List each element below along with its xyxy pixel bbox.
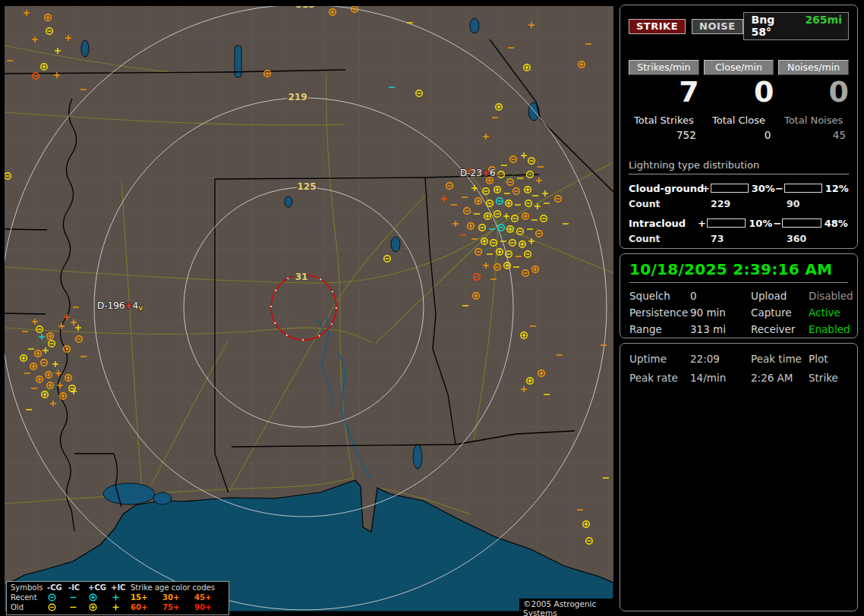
- receiver-status: Enabled: [809, 323, 853, 335]
- svg-text:31: 31: [295, 272, 308, 282]
- bearing-distance: 265mi: [796, 14, 842, 38]
- legend-age-15: 15+: [131, 593, 162, 602]
- cloud-ground-label: Cloud-ground: [629, 183, 702, 194]
- count-label: Count: [629, 233, 702, 244]
- ic-positive-pct: 10%: [747, 218, 773, 229]
- bearing-readout: Bng 58° 265mi: [743, 12, 849, 40]
- divider: [629, 282, 848, 283]
- ic-positive-bar: [707, 218, 746, 228]
- receiver-status-box: 10/18/2025 2:39:16 AM Squelch 0 Upload D…: [620, 253, 858, 338]
- cg-negative-count: 90: [787, 198, 799, 209]
- cg-positive-pct: 30%: [750, 183, 775, 194]
- persistence-value: 90 min: [690, 306, 751, 319]
- cloud-ground-count-row: Count 229 90: [629, 198, 849, 209]
- uptime-label: Uptime: [629, 353, 690, 365]
- copyright-text: ©2005 Astrogenic Systems: [519, 599, 616, 616]
- close-per-min-meter: Close/min 0 Total Close 0: [704, 60, 774, 141]
- noises-per-min-value: 0: [778, 77, 849, 108]
- map-canvas[interactable]: 31321912531 D-23+6−D-196+4v: [0, 0, 616, 616]
- legend-recent-pos-ic-icon: [111, 592, 131, 602]
- close-per-min-button[interactable]: Close/min: [704, 60, 774, 75]
- legend-symbols-label: Symbols: [11, 583, 47, 592]
- noises-per-min-meter: Noises/min 0 Total Noises 45: [778, 60, 849, 141]
- squelch-label: Squelch: [629, 290, 690, 302]
- legend-old-pos-ic-icon: [111, 602, 131, 612]
- peak-time-label: Peak time: [751, 353, 809, 365]
- range-value: 313 mi: [690, 323, 751, 335]
- cg-positive-count: 229: [711, 198, 787, 209]
- legend-age-30: 30+: [162, 593, 194, 602]
- cloud-ground-row: Cloud-ground + 30% − 12%: [629, 183, 849, 194]
- uptime-value: 22:09: [690, 353, 751, 365]
- legend-col-pos-cg: +CG: [88, 583, 111, 592]
- legend-old-neg-cg-icon: [47, 602, 68, 612]
- legend-recent-neg-cg-icon: [47, 592, 68, 602]
- plus-sign: +: [702, 183, 709, 194]
- plot-label: Plot: [809, 353, 848, 365]
- distribution-title: Lightning type distribution: [629, 159, 849, 174]
- total-close-label: Total Close: [704, 115, 774, 126]
- persistence-label: Persistence: [629, 306, 690, 319]
- legend-old-pos-cg-icon: [88, 602, 111, 612]
- strikes-per-min-meter: Strikes/min 7 Total Strikes 752: [629, 60, 699, 141]
- total-strikes-value: 752: [629, 129, 699, 141]
- strikes-per-min-button[interactable]: Strikes/min: [629, 60, 699, 75]
- total-noises-label: Total Noises: [778, 115, 849, 126]
- peak-time-value: 2:26 AM: [751, 372, 809, 384]
- ic-negative-pct: 48%: [823, 218, 849, 229]
- strike-counters-box: STRIKE NOISE Bng 58° 265mi Strikes/min 7…: [620, 5, 858, 249]
- range-label: Range: [629, 323, 690, 335]
- ic-negative-count: 360: [787, 233, 806, 244]
- intracloud-row: Intracloud + 10% − 48%: [629, 218, 849, 229]
- legend-age-75: 75+: [162, 603, 194, 612]
- noises-per-min-button[interactable]: Noises/min: [778, 60, 849, 75]
- symbols-legend: Symbols -CG -IC +CG +IC Strike age color…: [6, 581, 229, 615]
- legend-row-old-label: Old: [11, 603, 47, 612]
- total-close-value: 0: [704, 129, 774, 141]
- legend-age-90: 90+: [194, 603, 225, 612]
- capture-label: Capture: [751, 306, 809, 319]
- legend-col-pos-ic: +IC: [111, 583, 131, 592]
- plus-sign: +: [698, 218, 705, 229]
- close-per-min-value: 0: [704, 77, 774, 108]
- intracloud-label: Intracloud: [629, 218, 698, 229]
- legend-col-neg-cg: -CG: [47, 583, 68, 592]
- cg-negative-pct: 12%: [824, 183, 849, 194]
- legend-col-neg-ic: -IC: [68, 583, 88, 592]
- upload-label: Upload: [751, 290, 809, 302]
- legend-old-neg-ic-icon: [68, 602, 88, 612]
- total-strikes-label: Total Strikes: [629, 115, 699, 126]
- datetime-display: 10/18/2025 2:39:16 AM: [629, 260, 848, 278]
- plot-mode-value: Strike: [809, 372, 848, 384]
- cg-negative-bar: [784, 184, 822, 193]
- receiver-label: Receiver: [751, 323, 809, 335]
- strike-button[interactable]: STRIKE: [629, 19, 686, 34]
- minus-sign: −: [775, 183, 783, 194]
- peak-rate-label: Peak rate: [629, 372, 690, 384]
- cg-positive-bar: [711, 184, 749, 193]
- svg-text:D-196+4v: D-196+4v: [97, 300, 143, 312]
- intracloud-count-row: Count 73 360: [629, 233, 849, 244]
- noise-button[interactable]: NOISE: [692, 19, 743, 34]
- minus-sign: −: [773, 218, 780, 229]
- legend-recent-neg-ic-icon: [68, 592, 88, 602]
- svg-text:125: 125: [297, 181, 316, 192]
- strikes-per-min-value: 7: [629, 77, 699, 108]
- status-panel: STRIKE NOISE Bng 58° 265mi Strikes/min 7…: [618, 0, 864, 616]
- lightning-map[interactable]: 31321912531 D-23+6−D-196+4v Symbols -CG …: [0, 0, 616, 616]
- bearing-value: Bng 58°: [752, 14, 796, 38]
- svg-text:219: 219: [288, 92, 307, 102]
- legend-age-60: 60+: [131, 603, 162, 612]
- peak-rate-value: 14/min: [690, 372, 751, 384]
- session-stats-box: Uptime 22:09 Peak time Plot Peak rate 14…: [620, 343, 858, 611]
- capture-status: Active: [809, 306, 853, 319]
- ic-negative-bar: [782, 218, 821, 228]
- squelch-value: 0: [690, 290, 751, 302]
- legend-recent-pos-cg-icon: [88, 592, 111, 602]
- count-label: Count: [629, 198, 702, 209]
- total-noises-value: 45: [778, 129, 849, 141]
- upload-status: Disabled: [809, 290, 853, 302]
- ic-positive-count: 73: [711, 233, 787, 244]
- legend-age-45: 45+: [194, 593, 225, 602]
- app-window: 31321912531 D-23+6−D-196+4v Symbols -CG …: [0, 0, 864, 616]
